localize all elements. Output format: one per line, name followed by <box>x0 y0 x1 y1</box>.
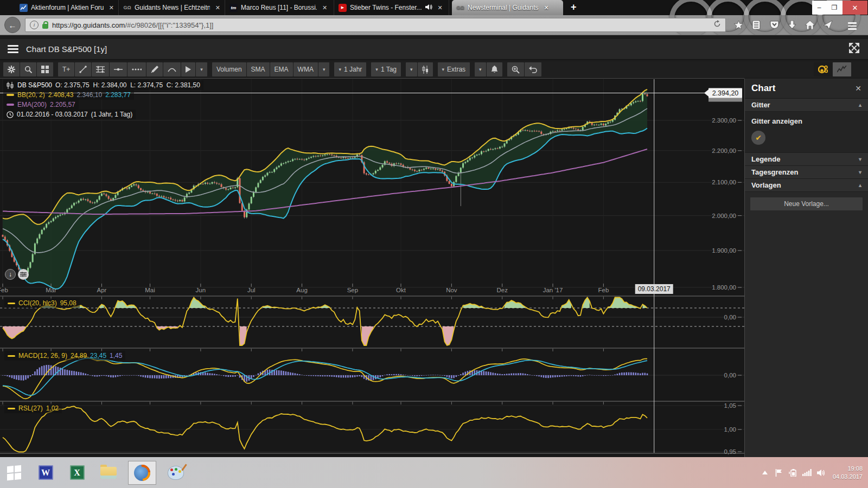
tray-hidden-icons-arrow[interactable] <box>758 462 772 484</box>
chart-type-dropdown[interactable]: ▾ <box>406 62 417 76</box>
svg-text:1,05: 1,05 <box>724 402 736 409</box>
layout-grid-icon[interactable] <box>37 62 53 76</box>
section-tagesgrenzen[interactable]: Tagesgrenzen▾ <box>745 166 868 179</box>
taskbar-clock[interactable]: 19:08 04.03.2017 <box>833 465 863 480</box>
restore-button[interactable]: ❐ <box>832 4 838 11</box>
zoom-in-icon[interactable] <box>507 62 524 76</box>
pocket-icon[interactable] <box>767 18 781 32</box>
page-info-icon[interactable]: i <box>30 21 39 29</box>
chart-settings-panel: Chart ✕ Gitter▴ Gitter anzeigen ✔ Legend… <box>745 79 868 457</box>
ema-button[interactable]: EMA <box>270 62 293 76</box>
tab-transfermarkt[interactable]: tm Marco Reus [11] - Borussi... ✕ <box>225 0 334 15</box>
fibonacci-tool-icon[interactable] <box>92 62 109 76</box>
undo-icon[interactable] <box>525 62 541 76</box>
taskbar-excel-icon[interactable]: X <box>66 461 88 485</box>
search-icon[interactable] <box>20 62 36 76</box>
tray-power-battery-icon[interactable] <box>786 462 800 484</box>
tab-aktienforum[interactable]: Aktienforum | Aktien Foru... ✕ <box>15 0 119 15</box>
overlay-lines-layer <box>3 89 647 289</box>
tab-close-icon[interactable]: ✕ <box>438 4 443 11</box>
trendline-tool-icon[interactable] <box>75 62 91 76</box>
fullscreen-icon[interactable] <box>849 43 859 55</box>
tray-action-center-flag-icon[interactable] <box>772 462 786 484</box>
taskbar-word-icon[interactable]: W <box>35 461 56 485</box>
tray-network-signal-icon[interactable] <box>800 462 814 484</box>
widget-menu-icon[interactable] <box>8 45 18 53</box>
clock-date: 04.03.2017 <box>833 473 863 480</box>
ema-color-dash <box>7 104 14 106</box>
tab-close-icon[interactable]: ✕ <box>544 4 549 11</box>
extras-dropdown[interactable]: ▾Extras <box>438 62 470 76</box>
svg-text:2.300,00: 2.300,00 <box>712 117 736 124</box>
bookmark-star-icon[interactable] <box>731 18 745 32</box>
scroll-down-button[interactable]: ↓ <box>5 269 16 280</box>
screen: Aktienforum | Aktien Foru... ✕ GΩ Guidan… <box>0 0 868 488</box>
youtube-favicon: ▶ <box>339 4 347 12</box>
svg-text:Dez: Dez <box>496 287 508 293</box>
minimize-button[interactable]: – <box>818 4 821 11</box>
taskbar-explorer-icon[interactable] <box>98 461 119 485</box>
tab-guidants-news[interactable]: GΩ Guidants News | Echtzeitn... ✕ <box>119 0 225 15</box>
tab-close-icon[interactable]: ✕ <box>215 4 220 11</box>
svg-text:Jun: Jun <box>196 287 206 293</box>
tab-close-icon[interactable]: ✕ <box>109 4 114 11</box>
clock-time: 19:08 <box>833 465 863 472</box>
home-icon[interactable] <box>803 18 817 32</box>
dotted-line-tool-icon[interactable] <box>127 62 146 76</box>
reading-list-icon[interactable] <box>749 18 763 32</box>
svg-text:Jan '17: Jan '17 <box>543 287 563 293</box>
price-axis: 2.300,002.200,002.100,002.000,001.900,00… <box>712 117 742 291</box>
drawing-tools-dropdown[interactable]: ▾ <box>196 62 207 76</box>
tray-volume-icon[interactable] <box>814 462 828 484</box>
tab-audio-icon[interactable] <box>425 4 432 12</box>
wma-button[interactable]: WMA <box>293 62 318 76</box>
indicator-dropdown[interactable]: ▾ <box>318 62 330 76</box>
section-gitter[interactable]: Gitter▴ <box>745 99 868 112</box>
chart-view-icon[interactable] <box>833 62 851 76</box>
chart-legend-range: 01.02.2016 - 03.03.2017 (1 Jahr, 1 Tag) <box>3 110 136 119</box>
panel-title: Chart <box>751 83 775 94</box>
alert-bell-icon[interactable] <box>487 62 502 76</box>
share-send-icon[interactable] <box>821 18 835 32</box>
tab-youtube[interactable]: ▶ Stieber Twins - Fenster... ✕ <box>334 0 449 15</box>
panel-close-icon[interactable]: ✕ <box>855 84 861 93</box>
tab-newsterminal-active[interactable]: GΩ Newsterminal | Guidants ✕ <box>452 0 563 15</box>
section-legende[interactable]: Legende▾ <box>745 153 868 166</box>
freehand-tool-icon[interactable] <box>146 62 163 76</box>
chart-settings-button[interactable] <box>18 269 29 280</box>
section-vorlagen[interactable]: Vorlagen▴ <box>745 179 868 192</box>
candlestick-type-icon[interactable] <box>418 62 433 76</box>
back-button[interactable]: ← <box>4 17 21 33</box>
play-forward-icon[interactable] <box>181 62 195 76</box>
url-bar[interactable]: i https://go.guidants.com/#c/98026/[[{"i… <box>25 18 726 32</box>
menu-hamburger-icon[interactable] <box>845 19 859 33</box>
chart-canvas[interactable]: 2.300,002.200,002.100,002.000,001.900,00… <box>0 79 744 457</box>
new-tab-button[interactable]: + <box>571 2 577 13</box>
instruments-bubbles-icon[interactable] <box>814 62 832 76</box>
volumen-button[interactable]: Volumen <box>212 62 246 76</box>
taskbar-paint-icon[interactable] <box>165 461 187 485</box>
url-text[interactable]: https://go.guidants.com/#c/98026/[[{"i":… <box>52 21 213 29</box>
start-button[interactable] <box>3 461 25 485</box>
close-window-button[interactable]: ✕ <box>843 1 867 15</box>
chart-toolbar: T+ ▾ Volumen SMA EMA WMA ▾ ▾1 Jahr ▾1 Ta… <box>0 61 868 78</box>
macd-panel: 0,00 <box>0 356 744 399</box>
settings-gear-icon[interactable] <box>3 62 20 76</box>
gitter-checkbox[interactable]: ✔ <box>751 131 765 145</box>
tab-close-icon[interactable]: ✕ <box>322 4 327 11</box>
arc-tool-icon[interactable] <box>163 62 181 76</box>
period-dropdown[interactable]: ▾1 Jahr <box>334 62 366 76</box>
download-icon[interactable] <box>785 18 799 32</box>
neue-vorlage-button[interactable]: Neue Vorlage... <box>750 197 863 210</box>
horizontal-line-tool-icon[interactable] <box>110 62 127 76</box>
macd-legend: MACD(12, 26, 9) 24,89 23,45 1,45 <box>4 351 125 361</box>
alert-dropdown[interactable]: ▾ <box>475 62 486 76</box>
reload-icon[interactable] <box>713 20 721 30</box>
https-lock-icon[interactable] <box>42 24 48 29</box>
text-tool-button[interactable]: T+ <box>58 62 74 76</box>
interval-dropdown[interactable]: ▾1 Tag <box>371 62 401 76</box>
taskbar-firefox-icon-active[interactable] <box>128 461 156 485</box>
svg-text:Feb: Feb <box>0 287 8 293</box>
tab-title: Stieber Twins - Fenster... <box>350 4 422 11</box>
sma-button[interactable]: SMA <box>247 62 270 76</box>
